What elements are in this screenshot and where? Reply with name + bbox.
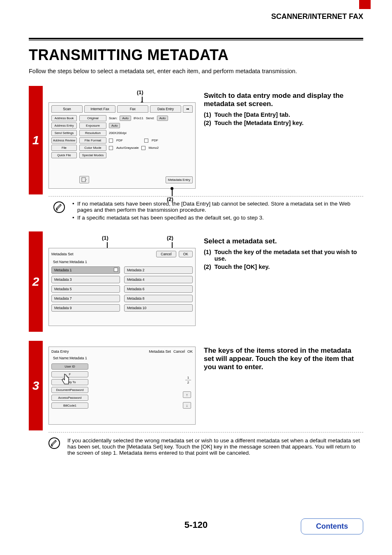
step-3-heading: The keys of the items stored in the meta… (204, 347, 363, 371)
file-button[interactable]: File (51, 145, 77, 151)
metadata-set-item[interactable]: Metadata 1 (51, 266, 120, 274)
special-modes-button[interactable]: Special Modes (79, 152, 106, 158)
resolution-button[interactable]: Resolution (79, 130, 106, 136)
sub-num: (1) (204, 111, 211, 118)
tab-arrow-right[interactable]: ➡ (183, 105, 193, 113)
sub-num: (2) (204, 264, 211, 270)
scan-label: Scan: (109, 116, 117, 120)
sub-num: (2) (204, 120, 211, 126)
color-mono: Mono2 (149, 146, 159, 150)
exposure-button[interactable]: Exposure (79, 123, 106, 129)
original-button[interactable]: Original (79, 115, 106, 121)
sub-text: Touch the key of the metadata set that y… (214, 249, 363, 262)
file-format-button[interactable]: File Format (79, 137, 106, 143)
quick-file-button[interactable]: Quick File (51, 152, 77, 158)
callout-dot (171, 187, 173, 190)
color-icon (109, 146, 113, 150)
preview-icon[interactable] (79, 176, 89, 183)
setname-label: Set Name: (53, 260, 69, 264)
contents-link[interactable]: Contents (301, 518, 363, 534)
send-settings-button[interactable]: Send Settings (51, 130, 77, 136)
callout-1: (1) (137, 89, 143, 95)
callout-line (172, 190, 173, 196)
color-mode-button[interactable]: Color Mode (79, 145, 106, 151)
metadata-set-item[interactable]: Metadata 3 (51, 276, 120, 283)
step-3: 3 Data Entry Metadata Set Cancel OK Set … (29, 341, 363, 430)
setname-label: Set Name: (53, 356, 69, 360)
page-indicator-bottom: 2 (185, 381, 191, 384)
format-pdf-1: PDF (116, 139, 123, 142)
format-icon (144, 139, 148, 143)
tab-fax[interactable]: Fax (117, 105, 148, 113)
sub-text: Touch the [OK] key. (214, 264, 270, 270)
address-book-button[interactable]: Address Book (51, 115, 77, 121)
format-icon (109, 139, 113, 143)
send-label: Send: (146, 116, 154, 120)
step-2-heading: Select a metadata set. (204, 237, 363, 245)
panel-title: Metadata Set (51, 252, 154, 256)
step-number: 3 (29, 341, 43, 430)
note-bullet: If a specific metadata set has been spec… (72, 215, 363, 221)
step-1-heading: Switch to data entry mode and display th… (204, 92, 363, 108)
item-f[interactable]: F (51, 371, 88, 377)
metadata-set-button[interactable]: Metadata Set (149, 349, 171, 354)
sub-text: Touch the [Data Entry] tab. (214, 111, 290, 118)
metadata-set-item[interactable]: Metadata 8 (124, 295, 193, 302)
cancel-button[interactable]: Cancel (156, 251, 176, 257)
metadata-set-item[interactable]: Metadata 4 (124, 276, 193, 283)
note-icon (53, 201, 65, 213)
metadata-set-item[interactable]: Metadata 5 (51, 285, 120, 293)
ok-button[interactable]: OK (179, 251, 193, 257)
item-billcode[interactable]: BillCode1 (51, 402, 88, 409)
ok-button[interactable]: OK (187, 349, 193, 354)
address-entry-button[interactable]: Address Entry (51, 123, 77, 129)
scanner-panel: Scan Internet Fax Fax Data Entry ➡ Addre… (48, 102, 196, 189)
scan-size: 8½x11 (134, 116, 143, 120)
setname-value: Metadata 1 (69, 260, 87, 264)
note-text: If you accidentally selected the wrong m… (67, 437, 360, 456)
item-user-id[interactable]: User ID (51, 363, 88, 370)
data-entry-panel: Data Entry Metadata Set Cancel OK Set Na… (48, 347, 196, 425)
page-indicator-top: 1 (185, 376, 191, 379)
format-pdf-2: PDF (152, 139, 158, 142)
setname-value: Metadata 1 (69, 356, 87, 360)
item-document-password[interactable]: DocumentPassword (51, 387, 88, 393)
sub-num: (1) (204, 249, 211, 262)
callout-1: (1) (102, 235, 108, 241)
metadata-set-item[interactable]: Metadata 10 (124, 304, 193, 312)
metadata-set-item[interactable]: Metadata 9 (51, 304, 120, 312)
note-1: If no metadata sets have been stored, th… (53, 201, 363, 222)
callout-2: (2) (167, 235, 173, 241)
arrow-down-button[interactable]: ↓ (183, 402, 191, 409)
note-bullet: If no metadata sets have been stored, th… (72, 201, 363, 213)
metadata-set-item[interactable]: Metadata 2 (124, 266, 193, 274)
panel-title: Data Entry (51, 349, 146, 354)
item-reply-to[interactable]: Reply To (51, 379, 88, 385)
step-number: 1 (29, 86, 43, 194)
metadata-set-panel: Metadata Set Cancel OK Set Name:Metadata… (48, 248, 196, 326)
intro-text: Follow the steps below to select a metad… (29, 68, 363, 74)
address-review-button[interactable]: Address Review (51, 137, 77, 143)
svg-rect-0 (82, 178, 85, 182)
metadata-set-item[interactable]: Metadata 6 (124, 285, 193, 293)
note-3: If you accidentally selected the wrong m… (48, 437, 363, 456)
sub-text: Touch the [Metadata Entry] key. (214, 120, 304, 126)
note-icon (48, 437, 60, 449)
tab-data-entry[interactable]: Data Entry (150, 105, 181, 113)
exposure-auto: Auto (109, 123, 120, 128)
color-gray: Auto/Grayscale (116, 146, 139, 150)
arrow-up-button[interactable]: ↑ (183, 391, 191, 398)
tab-scan[interactable]: Scan (51, 105, 83, 113)
page-title: TRANSMITTING METADATA (29, 46, 363, 64)
item-access-password[interactable]: AccessPassword (51, 395, 88, 401)
step-2: 2 (1) (2) Metadata Set Cancel OK Set Nam… (29, 231, 363, 332)
step-1: 1 (1) Scan Internet Fax Fax Data Entry ➡… (29, 86, 363, 194)
rule (29, 40, 363, 41)
color-icon (141, 146, 145, 150)
metadata-set-item[interactable]: Metadata 7 (51, 295, 120, 302)
tab-internet-fax[interactable]: Internet Fax (84, 105, 115, 113)
cancel-button[interactable]: Cancel (173, 349, 185, 354)
separator (48, 196, 363, 197)
send-auto: Auto (157, 116, 168, 121)
metadata-entry-button[interactable]: Metadata Entry (166, 176, 193, 183)
